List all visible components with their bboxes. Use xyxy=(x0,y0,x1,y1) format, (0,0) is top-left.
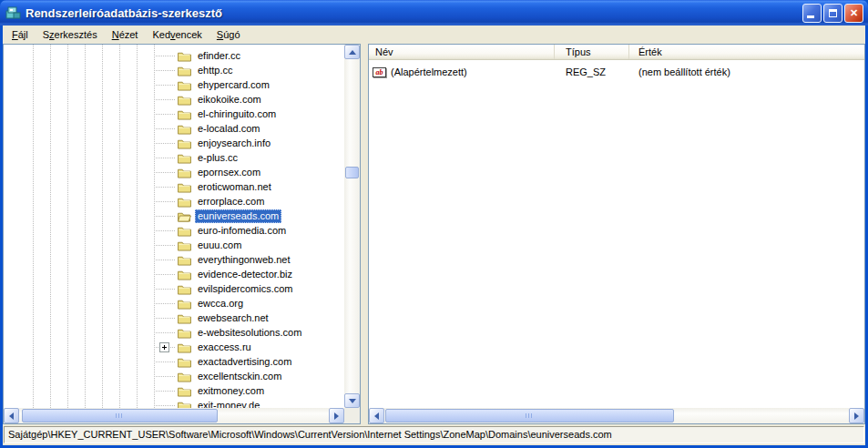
tree-item[interactable]: exaccess.ru xyxy=(4,340,344,354)
folder-icon xyxy=(178,312,191,324)
menu-item-edit[interactable]: Szerkesztés xyxy=(36,26,105,43)
tree-item[interactable]: epornsex.com xyxy=(4,165,344,179)
scroll-right-button[interactable] xyxy=(849,408,864,423)
value-row[interactable]: ab (Alapértelmezett) REG_SZ (nem beállít… xyxy=(369,65,864,79)
scroll-up-button[interactable] xyxy=(344,45,360,59)
tree-connector xyxy=(154,136,178,150)
tree-item[interactable]: everythingonweb.net xyxy=(4,252,344,267)
tree-horizontal-scrollbar[interactable] xyxy=(4,408,344,423)
tree-item[interactable]: efinder.cc xyxy=(4,48,344,63)
folder-icon xyxy=(178,356,191,368)
arrow-down-icon xyxy=(349,399,356,407)
tree-item[interactable]: evidence-detector.biz xyxy=(4,267,344,281)
tree-item[interactable]: ehypercard.com xyxy=(4,77,344,92)
tree-item-label: ewcca.org xyxy=(195,297,246,311)
tree-connector xyxy=(154,92,178,107)
tree-item-label: evidence-detector.biz xyxy=(195,268,295,281)
string-value-icon: ab xyxy=(373,67,386,77)
tree-connector xyxy=(154,48,178,63)
scroll-right-button[interactable] xyxy=(329,408,344,423)
value-type: REG_SZ xyxy=(555,66,629,77)
tree-connector xyxy=(154,209,178,223)
expand-plus-icon[interactable] xyxy=(159,342,169,352)
tree-item[interactable]: euro-infomedia.com xyxy=(4,223,344,238)
tree-item[interactable]: errorplace.com xyxy=(4,194,344,209)
tree-item-label: exit-money.de xyxy=(195,399,262,409)
tree-connector xyxy=(154,281,178,296)
tree-item[interactable]: eroticwoman.net xyxy=(4,179,344,194)
folder-icon xyxy=(178,108,191,120)
tree-item[interactable]: ehttp.cc xyxy=(4,63,344,77)
tree-item-label: e-websitesolutions.com xyxy=(195,326,304,340)
tree-item[interactable]: exitmoney.com xyxy=(4,383,344,398)
arrow-left-icon xyxy=(5,412,14,420)
regedit-app-icon xyxy=(5,5,21,20)
maximize-button[interactable] xyxy=(823,4,842,23)
tree-item[interactable]: e-plus.cc xyxy=(4,150,344,165)
tree-item-label: epornsex.com xyxy=(195,166,263,179)
menu-bar: Fájl Szerkesztés Nézet Kedvencek Súgó xyxy=(3,25,865,44)
tree-item-label: eroticwoman.net xyxy=(195,180,274,194)
folder-icon xyxy=(178,298,191,310)
tree-item[interactable]: ewcca.org xyxy=(4,296,344,311)
tree-item[interactable]: el-chiringuito.com xyxy=(4,107,344,121)
folder-icon xyxy=(178,254,191,266)
title-bar[interactable]: Rendszerleíróadatbázis-szerkesztő xyxy=(0,0,868,25)
tree-item[interactable]: enjoysearch.info xyxy=(4,136,344,150)
scroll-down-button[interactable] xyxy=(344,393,360,408)
tree-connector xyxy=(154,223,178,238)
menu-item-help[interactable]: Súgó xyxy=(209,26,248,43)
list-horizontal-scrollbar[interactable] xyxy=(369,408,864,423)
tree-hscroll-thumb[interactable] xyxy=(22,409,218,423)
folder-icon xyxy=(178,210,191,222)
menu-item-view[interactable]: Nézet xyxy=(105,26,146,43)
tree-item-label: exactadvertising.com xyxy=(195,355,294,369)
tree-item[interactable]: exactadvertising.com xyxy=(4,354,344,369)
tree-item[interactable]: euniverseads.com xyxy=(4,209,344,223)
list-hscroll-thumb[interactable] xyxy=(385,409,674,423)
arrow-right-icon xyxy=(334,412,342,420)
folder-icon xyxy=(178,371,191,382)
tree-item[interactable]: euuu.com xyxy=(4,238,344,252)
column-header-value[interactable]: Érték xyxy=(629,45,864,59)
tree-connector xyxy=(154,267,178,281)
tree-connector xyxy=(154,121,178,136)
tree-item-label: e-plus.cc xyxy=(195,151,240,165)
registry-tree-panel: efinder.cc ehttp.cc ehypercard.com eikok… xyxy=(3,44,361,424)
tree-item-label: everythingonweb.net xyxy=(195,253,293,267)
tree-item-label: evilspidercomics.com xyxy=(195,282,296,296)
tree-item-label: e-localad.com xyxy=(195,122,262,136)
scroll-left-button[interactable] xyxy=(369,408,384,423)
tree-item[interactable]: e-localad.com xyxy=(4,121,344,136)
tree-connector xyxy=(154,179,178,194)
tree-item[interactable]: ewebsearch.net xyxy=(4,311,344,325)
tree-item[interactable]: exit-money.de xyxy=(4,398,344,408)
tree-vertical-scrollbar[interactable] xyxy=(344,45,360,408)
tree-item-label: errorplace.com xyxy=(195,195,267,209)
tree-item[interactable]: excellentsckin.com xyxy=(4,369,344,383)
tree-item[interactable]: eikokoike.com xyxy=(4,92,344,107)
tree-connector xyxy=(154,369,178,383)
menu-item-favorites[interactable]: Kedvencek xyxy=(145,26,209,43)
column-header-name[interactable]: Név xyxy=(369,45,555,59)
column-header-type[interactable]: Típus xyxy=(555,45,629,59)
tree-item-label: euniverseads.com xyxy=(195,209,281,223)
tree-connector xyxy=(154,252,178,267)
tree-connector xyxy=(154,150,178,165)
close-button[interactable] xyxy=(844,4,863,23)
list-rows: ab (Alapértelmezett) REG_SZ (nem beállít… xyxy=(369,65,864,79)
folder-icon xyxy=(178,400,191,409)
tree-item[interactable]: evilspidercomics.com xyxy=(4,281,344,296)
scroll-left-button[interactable] xyxy=(4,408,19,423)
minimize-button[interactable] xyxy=(802,4,822,23)
folder-icon xyxy=(178,239,191,251)
tree-item-label: exaccess.ru xyxy=(195,341,254,354)
tree-item[interactable]: e-websitesolutions.com xyxy=(4,325,344,340)
tree-vscroll-thumb[interactable] xyxy=(345,167,359,178)
registry-editor-window: Rendszerleíróadatbázis-szerkesztő Fájl S… xyxy=(0,0,868,448)
tree-item-label: exitmoney.com xyxy=(195,384,267,398)
value-name: (Alapértelmezett) xyxy=(391,66,467,77)
menu-item-file[interactable]: Fájl xyxy=(5,26,36,43)
arrow-left-icon xyxy=(371,412,379,420)
list-header: Név Típus Érték xyxy=(369,45,864,60)
